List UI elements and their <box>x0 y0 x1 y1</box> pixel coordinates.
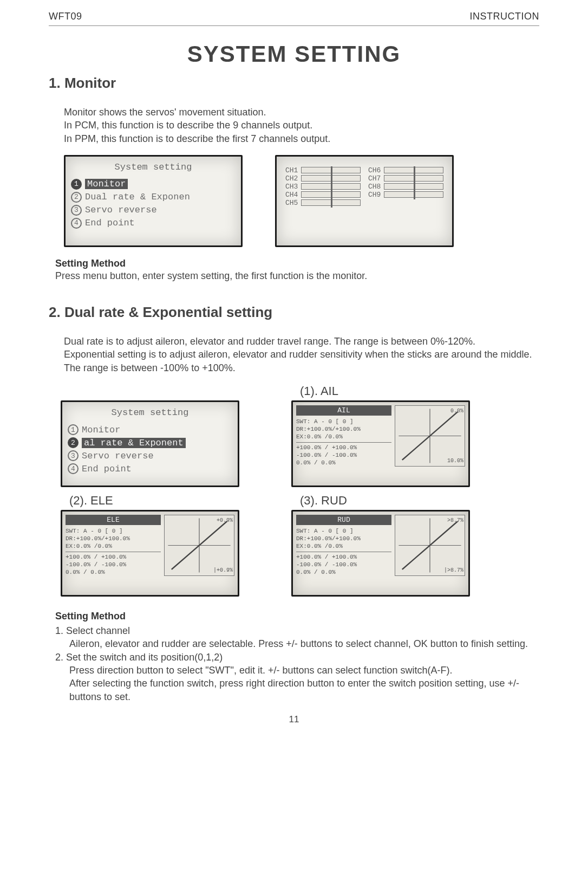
menu-txt-2: Dual rate & Exponen <box>85 192 190 202</box>
section-2-line-2: Exponential setting is to adjust aileron… <box>64 348 539 374</box>
cell-ail: (1). AIL AIL SWT: A - 0 [ 0 ] DR:+100.0%… <box>291 384 497 487</box>
method-step-2: 2. Set the switch and its position(0,1,2… <box>55 651 539 664</box>
section-1-method-text: Press menu button, enter system setting,… <box>55 269 539 282</box>
cell-ele: (2). ELE ELE SWT: A - 0 [ 0 ] DR:+100.0%… <box>61 494 266 597</box>
channel-3: CH3 <box>285 183 361 191</box>
ele-graph: +0.9% |+0.9% <box>164 515 234 576</box>
channel-8: CH8 <box>368 183 443 191</box>
menu-num-1: 1 <box>71 179 82 190</box>
method-step-1a: Aileron, elevator and rudder are selecta… <box>69 637 539 650</box>
cell-rud: (3). RUD RUD SWT: A - 0 [ 0 ] DR:+100.0%… <box>291 494 497 597</box>
ail-graph: 0.0% 10.0% <box>395 405 465 467</box>
label-ail: (1). AIL <box>300 384 497 398</box>
section-2-heading: 2. Dual rate & Exponential setting <box>49 304 539 321</box>
menu2-item-endpoint: 4 End point <box>68 462 232 475</box>
section-1-screens: System setting 1 Monitor 2 Dual rate & E… <box>64 155 539 247</box>
method-step-2b: After selecting the function switch, pre… <box>69 677 539 703</box>
menu-item-dualrate: 2 Dual rate & Exponen <box>71 191 236 204</box>
menu-txt-4: End point <box>85 218 135 228</box>
lcd-menu-title: System setting <box>71 162 236 172</box>
lcd-rud: RUD SWT: A - 0 [ 0 ] DR:+100.0%/+100.0% … <box>291 510 470 597</box>
menu-txt-3: Servo reverse <box>85 205 157 215</box>
section-1-heading: 1. Monitor <box>49 75 539 92</box>
channel-2: CH2 <box>285 174 361 183</box>
menu-num-2: 2 <box>71 192 82 203</box>
page-header: WFT09 INSTRUCTION <box>49 11 539 26</box>
ele-tab: ELE <box>66 515 161 525</box>
section-1-line-3: In PPM, this function is to describe the… <box>64 132 539 145</box>
menu-item-endpoint: 4 End point <box>71 217 236 230</box>
section-2-intro: Dual rate is to adjust aileron, elevator… <box>64 335 539 374</box>
section-2-method-heading: Setting Method <box>55 611 539 622</box>
lcd-system-menu: System setting 1 Monitor 2 Dual rate & E… <box>64 155 243 247</box>
menu2-item-servorev: 3 Servo reverse <box>68 449 232 462</box>
method-step-2a: Press direction button to select "SWT", … <box>69 664 539 677</box>
cell-system-menu: System setting 1 Monitor 2 al rate & Exp… <box>61 400 266 487</box>
menu2-item-dualrate: 2 al rate & Exponent <box>68 436 232 449</box>
menu-item-servorev: 3 Servo reverse <box>71 204 236 217</box>
menu-num-3: 3 <box>71 205 82 216</box>
lcd-menu-title-2: System setting <box>68 407 232 418</box>
label-ele: (2). ELE <box>69 494 266 508</box>
page-title: SYSTEM SETTING <box>49 41 539 67</box>
channel-5: CH5 <box>285 199 361 207</box>
header-model: WFT09 <box>49 11 82 22</box>
ail-tab: AIL <box>296 405 391 416</box>
section-1-line-1: Monitor shows the servos' movement situa… <box>64 106 539 119</box>
channel-4: CH4 <box>285 191 361 199</box>
menu-item-monitor: 1 Monitor <box>71 178 236 191</box>
menu-txt-1: Monitor <box>85 179 128 189</box>
label-rud: (3). RUD <box>300 494 497 508</box>
channel-6: CH6 <box>368 166 443 174</box>
page-number: 11 <box>49 714 539 725</box>
channel-7: CH7 <box>368 174 443 183</box>
menu-num-4: 4 <box>71 218 82 229</box>
lcd-system-menu-2: System setting 1 Monitor 2 al rate & Exp… <box>61 400 239 487</box>
channel-1: CH1 <box>285 166 361 174</box>
section-1-intro: Monitor shows the servos' movement situa… <box>64 106 539 145</box>
section-2-screens: System setting 1 Monitor 2 al rate & Exp… <box>61 384 539 597</box>
section-2-method-list: 1. Select channel Aileron, elevator and … <box>55 624 539 703</box>
section-2-line-1: Dual rate is to adjust aileron, elevator… <box>64 335 539 348</box>
section-1-method-heading: Setting Method <box>55 258 539 269</box>
rud-graph: >8.7% |>8.7% <box>395 515 465 576</box>
menu2-item-monitor: 1 Monitor <box>68 423 232 436</box>
method-step-1: 1. Select channel <box>55 624 539 637</box>
lcd-ail: AIL SWT: A - 0 [ 0 ] DR:+100.0%/+100.0% … <box>291 400 470 487</box>
lcd-ele: ELE SWT: A - 0 [ 0 ] DR:+100.0%/+100.0% … <box>61 510 239 597</box>
rud-tab: RUD <box>296 515 391 525</box>
section-1-line-2: In PCM, this function is to describe the… <box>64 119 539 132</box>
lcd-channels: CH1 CH2 CH3 CH4 CH5 CH6 CH7 CH8 CH9 <box>275 155 454 247</box>
header-doc-type: INSTRUCTION <box>470 11 540 22</box>
channel-9: CH9 <box>368 191 443 199</box>
